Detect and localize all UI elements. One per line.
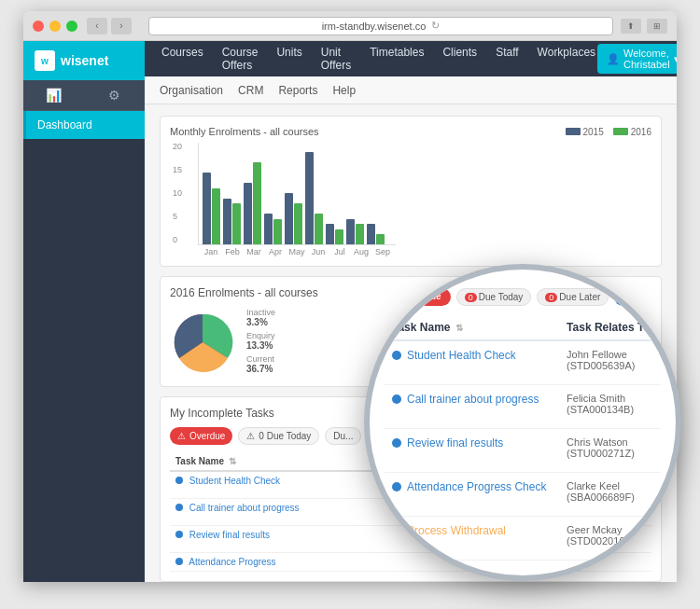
x-label-sep: Sep — [373, 247, 392, 256]
bar-2016-sep — [376, 234, 385, 244]
x-label-mar: Mar — [245, 247, 263, 256]
x-label-feb: Feb — [223, 247, 242, 256]
mag-dot-blue-1 — [392, 351, 401, 360]
mag-relates-id-2: (STA000134B) — [567, 404, 653, 415]
nav-organisation[interactable]: Organisation — [160, 84, 223, 97]
tab-due-today[interactable]: ⚠ 0 Due Today — [238, 427, 319, 445]
x-label-jun: Jun — [309, 247, 328, 256]
bar-2015-sep — [367, 224, 375, 244]
legend-2016-label: 2016 — [631, 127, 651, 137]
x-label-may: May — [287, 247, 306, 256]
mag-task-link-4[interactable]: Attendance Progress Check — [407, 480, 546, 493]
table-row: Review final results Chris Watson (STU00… — [385, 429, 661, 473]
user-badge[interactable]: 👤 Welcome, Christabel ▾ — [597, 44, 677, 74]
nav-clients[interactable]: Clients — [441, 46, 479, 72]
share-button[interactable]: ⬆ — [621, 19, 641, 34]
pie-chart — [170, 310, 235, 375]
mag-task-link-2[interactable]: Call trainer about progress — [407, 393, 539, 406]
mag-relates-cell-1: John Fellowe (STD005639A) — [559, 340, 661, 385]
task-link-4[interactable]: Attendance Progress — [189, 557, 275, 567]
mag-relates-name-4: Clarke Keel — [567, 480, 653, 491]
nav-unit-offers[interactable]: Unit Offers — [319, 46, 353, 72]
due-today-label: 0 Due Today — [259, 431, 311, 441]
task-link-1[interactable]: Student Health Check — [189, 476, 280, 486]
sort-icon[interactable]: ⇅ — [229, 456, 236, 466]
mag-relates-id-1: (STD005639A) — [567, 360, 653, 371]
nav-staff[interactable]: Staff — [494, 46, 520, 72]
legend-2016: 2016 — [613, 127, 651, 137]
bar-2015-jan — [203, 173, 211, 244]
legend-2015-color — [566, 128, 581, 135]
new-tab-button[interactable]: ⊞ — [647, 19, 667, 34]
bar-group-apr — [264, 214, 282, 244]
nav-course-offers[interactable]: Course Offers — [220, 46, 260, 72]
pie-legend-inactive: Inactive 3.3% — [246, 307, 275, 327]
mag-task-link-1[interactable]: Student Health Check — [407, 349, 516, 362]
sidebar-icon-bar: 📊 ⚙ — [23, 80, 145, 111]
url-bar[interactable]: irm-standby.wisenet.co ↻ — [148, 17, 613, 35]
bar-2015-apr — [264, 214, 273, 244]
sidebar-item-dashboard[interactable]: Dashboard — [23, 111, 145, 139]
table-row: Student Health Check John Fellowe (STD00… — [385, 340, 661, 385]
mag-relates-name-2: Felicia Smith — [567, 393, 653, 404]
legend-2015-label: 2015 — [583, 127, 604, 137]
user-name: Welcome, Christabel — [623, 48, 670, 70]
dot-blue — [175, 477, 183, 484]
bar-2016-jul — [335, 229, 343, 245]
task-link-2[interactable]: Call trainer about progress — [189, 503, 300, 513]
nav-courses[interactable]: Courses — [160, 46, 205, 72]
overdue-label: Overdue — [189, 431, 225, 441]
bar-group-feb — [223, 199, 241, 245]
dot-blue-4 — [175, 558, 183, 565]
mag-task-cell-2: Call trainer about progress — [385, 385, 559, 429]
chart-header: Monthly Enrolments - all courses 2015 20… — [170, 126, 651, 137]
mag-tab-due-today[interactable]: 0Due Today — [456, 288, 532, 306]
maximize-button[interactable] — [66, 21, 77, 32]
mag-relates-name-3: Chris Watson — [567, 436, 653, 448]
tab-due-later[interactable]: Du... — [325, 427, 361, 445]
monthly-enrolments-chart: Monthly Enrolments - all courses 2015 20… — [160, 116, 662, 267]
reload-icon[interactable]: ↻ — [431, 20, 440, 32]
nav-units[interactable]: Units — [274, 46, 303, 72]
primary-nav-items: Courses Course Offers Units Unit Offers … — [160, 46, 597, 72]
chart-legend: 2015 2016 — [566, 127, 652, 137]
mag-sort-icon[interactable]: ⇅ — [455, 323, 463, 333]
task-link-3[interactable]: Review final results — [189, 530, 270, 540]
mag-task-link-3[interactable]: Review final results — [407, 436, 503, 450]
dot-blue-2 — [175, 504, 183, 511]
x-label-aug: Aug — [352, 247, 371, 256]
nav-crm[interactable]: CRM — [238, 84, 263, 97]
bar-2016-jan — [212, 188, 220, 245]
due-later-label: Du... — [333, 431, 353, 441]
nav-reports[interactable]: Reports — [278, 84, 317, 97]
bar-group-aug — [346, 219, 364, 245]
bar-2015-aug — [346, 219, 355, 245]
mag-tab-due-later[interactable]: 0Due Later — [537, 288, 609, 306]
mag-task-cell-4: Attendance Progress Check — [385, 473, 559, 517]
forward-button[interactable]: › — [111, 18, 132, 35]
close-button[interactable] — [33, 21, 44, 32]
bar-group-jan — [203, 173, 220, 244]
nav-timetables[interactable]: Timetables — [368, 46, 426, 72]
x-label-jul: Jul — [330, 247, 349, 256]
nav-help[interactable]: Help — [332, 84, 356, 97]
chart-title: Monthly Enrolments - all courses — [170, 126, 319, 137]
sidebar-chart-icon[interactable]: 📊 — [23, 80, 84, 110]
due-today-icon: ⚠ — [246, 431, 255, 441]
logo-text: wisenet — [61, 53, 108, 68]
sidebar-settings-icon[interactable]: ⚙ — [84, 80, 145, 110]
mag-task-link-5[interactable]: Process Withdrawal — [407, 524, 506, 537]
x-label-apr: Apr — [266, 247, 285, 256]
tab-overdue[interactable]: ⚠ Overdue — [170, 427, 232, 445]
table-row: Call trainer about progress Felicia Smit… — [385, 385, 661, 429]
minimize-button[interactable] — [49, 21, 61, 32]
legend-2015: 2015 — [566, 127, 604, 137]
sidebar-logo: w wisenet — [23, 41, 145, 80]
back-button[interactable]: ‹ — [87, 18, 107, 35]
mag-relates-cell-4: Clarke Keel (SBA006689F) — [559, 473, 661, 517]
mag-task-cell-3: Review final results — [385, 429, 559, 473]
bar-2016-may — [294, 203, 302, 244]
logo-icon: w — [35, 50, 55, 71]
nav-workplaces[interactable]: Workplaces — [536, 46, 597, 72]
bar-group-jun — [305, 152, 323, 244]
